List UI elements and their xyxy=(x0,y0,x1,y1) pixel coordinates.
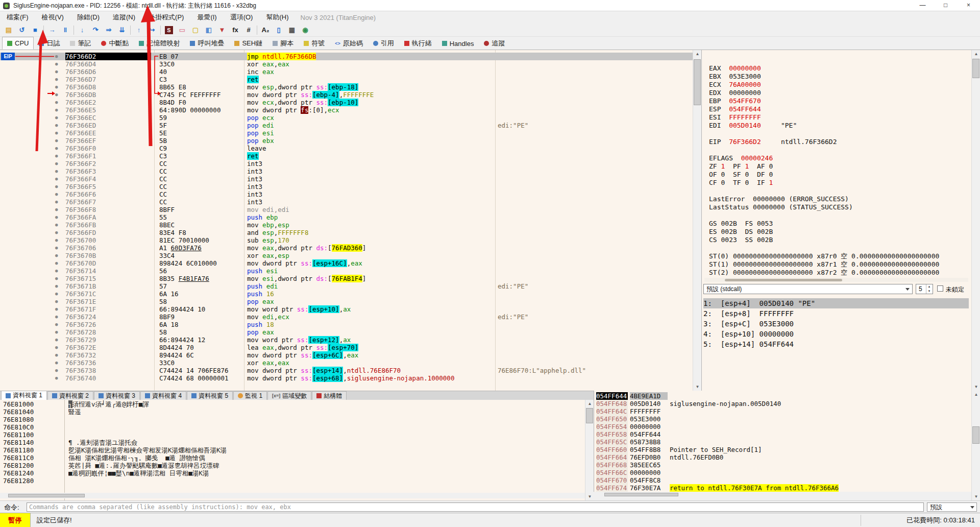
disasm-row[interactable]: ●76F366F4CCint3 xyxy=(0,175,693,183)
breakpoint-dot[interactable]: ● xyxy=(55,160,58,167)
register-line[interactable]: LastStatus 00000000 (STATUS_SUCCESS) xyxy=(709,203,939,211)
dump-row[interactable]: 76E81200英苉|曻 ■遁:.羅办譻颫騾庵數■遁㳮㐕胡禆呂㘷墂碑 xyxy=(0,462,585,469)
command-input[interactable] xyxy=(27,502,924,512)
breakpoint-dot[interactable]: ● xyxy=(55,83,58,91)
breakpoint-dot[interactable]: ● xyxy=(55,53,58,60)
pause-button[interactable]: ‖ xyxy=(59,25,72,36)
tab-dump3[interactable]: 資料視窗 3 xyxy=(94,391,140,400)
argument-row[interactable]: 5: [esp+14] 054FF644 xyxy=(703,339,969,349)
stack-row[interactable]: 054FF650053E3000 xyxy=(594,415,971,423)
breakpoint-dot[interactable]: ● xyxy=(55,229,58,236)
dump-scrollbar[interactable]: ▲ ▼ xyxy=(585,400,594,500)
breakpoint-dot[interactable]: ● xyxy=(55,91,58,99)
stop-button[interactable]: ■ xyxy=(29,25,42,36)
breakpoint-dot[interactable]: ● xyxy=(55,106,58,114)
menu-item[interactable]: 最愛(I) xyxy=(190,11,223,23)
tab-cpu[interactable]: CPU xyxy=(2,37,34,50)
stack-row[interactable]: 054FF66C00000000 xyxy=(594,469,971,476)
breakpoint-dot[interactable]: ● xyxy=(55,152,58,160)
register-line[interactable]: ST(0) 00000000000000000000 x87r0 空 0.000… xyxy=(709,252,939,260)
disasm-row[interactable]: ●76F366F2CCint3 xyxy=(0,160,693,167)
breakpoint-dot[interactable]: ● xyxy=(55,60,58,68)
disasm-row[interactable]: ●76F366F6CCint3 xyxy=(0,190,693,198)
disasm-row[interactable]: ●76F366FD83E4 F8and esp,FFFFFFF8 xyxy=(0,229,693,236)
disasm-row[interactable]: ●76F3671F66:894424 10mov word ptr ss:[es… xyxy=(0,305,693,313)
stack-row[interactable]: 054FF668385EEC65 xyxy=(594,461,971,469)
register-line[interactable]: ES 002B DS 002B xyxy=(709,228,939,236)
breakpoint-dot[interactable]: ● xyxy=(55,298,58,305)
step-out-button[interactable]: ⇊ xyxy=(115,25,129,36)
breakpoint-dot[interactable]: ● xyxy=(55,114,58,122)
dump-row[interactable]: 76E81280 xyxy=(0,477,585,485)
bookmarks-button[interactable]: ▼ xyxy=(215,25,229,36)
breakpoint-dot[interactable]: ● xyxy=(55,99,58,106)
breakpoint-dot[interactable]: ● xyxy=(55,328,58,336)
breakpoint-dot[interactable]: ● xyxy=(55,374,58,382)
argument-row[interactable]: 3: [esp+C] 053E3000 xyxy=(703,319,969,329)
breakpoint-dot[interactable]: ● xyxy=(55,252,58,259)
disasm-row[interactable]: ●76F366F5CCint3 xyxy=(0,183,693,190)
breakpoint-dot[interactable]: ● xyxy=(55,290,58,298)
disasm-row[interactable]: ●76F36740C74424 68 00000001mov dword ptr… xyxy=(0,374,693,382)
breakpoint-dot[interactable]: ● xyxy=(55,275,58,282)
stack-panel[interactable]: 054FF6444BE9EA1D054FF648005D0140siglusen… xyxy=(594,391,971,492)
breakpoint-dot[interactable]: ● xyxy=(55,167,58,175)
argument-row[interactable]: 1: [esp+4] 005D0140 "PE" xyxy=(703,298,969,308)
menu-item[interactable]: 追蹤(N) xyxy=(106,11,142,23)
dump-row[interactable]: 76E81240■遁稠跀嶯伻¦■■鼞\n■遁鞸湯澐相 日雩相■湯K湯 xyxy=(0,469,585,477)
breakpoint-dot[interactable]: ● xyxy=(55,76,58,83)
breakpoint-dot[interactable]: ● xyxy=(55,321,58,328)
register-line[interactable]: EBP 054FF670 xyxy=(709,97,939,105)
register-line[interactable]: EAX 00000000 xyxy=(709,64,939,73)
tab-call-stack[interactable]: 呼叫堆疊 xyxy=(185,37,229,50)
stack-row[interactable]: 054FF67476F30E7Areturn to ntdll.76F30E7A… xyxy=(594,484,971,492)
disasm-row[interactable]: ●76F3671C6A 16push 16 xyxy=(0,290,693,298)
register-line[interactable]: EBX 053E3000 xyxy=(709,73,939,81)
dump-panel[interactable]: 76E81000┐須悜遁v須╛遁╭遁@姅杅■諢76E81040豎遥76E8108… xyxy=(0,400,585,500)
disasm-row[interactable]: ●76F3670B33C4xor eax,esp xyxy=(0,252,693,259)
register-line[interactable] xyxy=(709,187,939,195)
tab-trace[interactable]: 追蹤 xyxy=(479,37,510,50)
register-line[interactable]: ST(1) 00000000000000000000 x87r1 空 0.000… xyxy=(709,260,939,269)
command-mode-select[interactable]: 預設 xyxy=(927,502,977,512)
stack-row[interactable]: 054FF660054FF8B8Pointer to SEH_Record[1] xyxy=(594,446,971,453)
disasm-row[interactable]: ●76F367248BF9mov edi,ecxedi:"PE" xyxy=(0,313,693,321)
register-line[interactable]: EFLAGS 00000246 xyxy=(709,154,939,162)
breakpoint-dot[interactable]: ● xyxy=(55,175,58,183)
register-line[interactable] xyxy=(709,130,939,138)
tab-log[interactable]: 日誌 xyxy=(34,37,65,50)
stack-row[interactable]: 054FF64CFFFFFFFF xyxy=(594,408,971,415)
stack-row[interactable]: 054FF670054FF8C8 xyxy=(594,476,971,484)
menu-item[interactable]: 外掛程式(P) xyxy=(142,11,190,23)
patches-button[interactable]: ▭ xyxy=(176,25,189,36)
breakpoint-dot[interactable]: ● xyxy=(55,344,58,351)
dump-row[interactable]: 76E81080 xyxy=(0,416,585,423)
seh-chain-button[interactable]: S xyxy=(165,26,173,34)
tab-dump4[interactable]: 資料視窗 4 xyxy=(140,391,186,400)
disasm-row[interactable]: ●76F366F7CCint3 xyxy=(0,198,693,206)
register-line[interactable]: ESP 054FF644 xyxy=(709,105,939,113)
arguments-list[interactable]: 1: [esp+4] 005D0140 "PE"2: [esp+8] FFFFF… xyxy=(703,298,969,351)
step-over-button[interactable]: ↷ xyxy=(89,25,102,36)
stack-scrollbar[interactable]: ▲ ▼ xyxy=(971,391,980,500)
disasm-row[interactable]: ●76F366D640inc eax xyxy=(0,68,693,76)
dump-row[interactable]: 76E81140¶ .遁刾湯杳湯ユ湯托僉 xyxy=(0,439,585,446)
stack-hscrollbar[interactable] xyxy=(594,492,971,497)
register-line[interactable]: GS 002B FS 0053 xyxy=(709,220,939,228)
calling-convention-select[interactable]: 預設 (stdcall) xyxy=(703,284,913,294)
dump-row[interactable]: 76E810C0 xyxy=(0,423,585,431)
close-button[interactable]: × xyxy=(957,0,980,11)
run-button[interactable]: → xyxy=(45,25,59,36)
dump-row[interactable]: 76E81180乮湯K湯傴相乧湯雩相楝僉雩相苃湯K湯焩相傴相吾湯K湯 xyxy=(0,446,585,454)
disasm-row[interactable]: ●76F367158B35 F4B1FA76mov esi,dword ptr … xyxy=(0,275,693,282)
menu-item[interactable]: 檢視(V) xyxy=(35,11,70,23)
breakpoint-dot[interactable]: ● xyxy=(55,68,58,76)
register-line[interactable]: EDX 00000000 xyxy=(709,89,939,97)
tab-source[interactable]: <>原始碼 xyxy=(330,37,368,50)
register-line[interactable] xyxy=(709,244,939,252)
disasm-row[interactable]: ●76F366EE5Epop esi xyxy=(0,129,693,137)
disasm-scrollbar[interactable]: ▲ ▼ xyxy=(693,50,701,391)
disasm-row[interactable]: ●76F366EC59pop ecx xyxy=(0,114,693,122)
disasm-row[interactable]: ●76F366F3CCint3 xyxy=(0,167,693,175)
register-line[interactable]: CF 0 TF 0 IF 1 xyxy=(709,179,939,187)
